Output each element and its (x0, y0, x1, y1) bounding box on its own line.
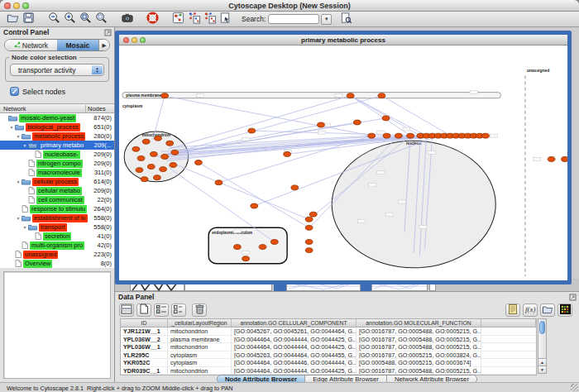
zoom-selected-button[interactable] (93, 12, 109, 26)
expand-arrow-icon[interactable]: ▼ (15, 134, 22, 139)
network-node[interactable] (132, 146, 140, 151)
table-cell[interactable]: mitochondrion (168, 343, 232, 351)
scroll-up-button[interactable]: ▲ (538, 358, 546, 366)
network-overview-panel[interactable] (3, 271, 111, 379)
save-button[interactable] (21, 12, 36, 26)
select-attributes-button[interactable] (154, 304, 169, 317)
frame-zoom-button[interactable] (140, 37, 146, 43)
network-node[interactable] (482, 133, 490, 138)
network-edge[interactable] (171, 136, 386, 150)
network-node[interactable] (251, 203, 258, 208)
table-row[interactable]: YPL036W__1mitochondrion[GO:0044464, GO:0… (121, 343, 536, 351)
region-plasma-membrane[interactable] (122, 93, 500, 98)
scroll-down-button[interactable]: ▼ (538, 366, 546, 373)
tree-row[interactable]: unassigned223(0) (0, 250, 114, 259)
open-attribute-file-button[interactable] (540, 304, 555, 317)
network-node[interactable] (248, 128, 256, 133)
tree-row[interactable]: ▼biological_process651(0) (0, 122, 114, 131)
table-cell[interactable]: [GO:0016787, GO:0005488, GO:0005215, G..… (356, 336, 481, 343)
matrix-view-button[interactable] (557, 304, 572, 317)
minimize-button[interactable] (13, 2, 20, 9)
float-data-panel-icon[interactable] (569, 294, 577, 304)
snapshot-button[interactable] (119, 12, 135, 26)
frame-minimize-button[interactable] (132, 37, 137, 43)
table-scrollbar[interactable]: ▲ ▼ (538, 318, 547, 374)
table-cell[interactable]: [GO:0005488, GO:0005215, GO:0003674] (356, 359, 481, 366)
tree-row[interactable]: nucleobase-209(0) (0, 150, 114, 159)
float-panel-icon[interactable] (104, 29, 112, 39)
frame-close-button[interactable] (123, 37, 129, 43)
table-cell[interactable]: cytoplasm (168, 359, 232, 366)
network-node[interactable] (161, 93, 169, 98)
expand-arrow-icon[interactable]: ▼ (15, 216, 22, 221)
network-node[interactable] (382, 116, 390, 121)
network-column-header[interactable]: Network (0, 105, 85, 112)
table-row[interactable]: YPL036W__2plasma membrane[GO:0044464, GO… (121, 336, 536, 344)
help-button[interactable] (145, 12, 160, 26)
delete-attribute-button[interactable] (192, 304, 207, 317)
select-nodes-checkbox[interactable]: ✓ (10, 87, 19, 96)
annotation-button[interactable] (218, 12, 233, 26)
unselect-attributes-button[interactable] (171, 304, 186, 317)
network-node[interactable] (347, 93, 354, 98)
network-node[interactable] (170, 163, 177, 168)
expand-arrow-icon[interactable]: ▼ (22, 225, 28, 230)
network-node[interactable] (150, 151, 157, 156)
expand-arrow-icon[interactable]: ▼ (8, 125, 15, 130)
zoom-fit-button[interactable] (78, 12, 93, 26)
network-node[interactable] (161, 154, 169, 159)
network-node[interactable] (154, 175, 161, 180)
network-overview-button[interactable] (170, 12, 186, 26)
zoom-button[interactable] (22, 2, 29, 9)
search-options-button[interactable] (338, 12, 354, 26)
table-cell[interactable]: [GO:0044464, GO:0044444, GO:0044425, G..… (232, 343, 356, 351)
network-node[interactable] (305, 225, 313, 230)
table-cell[interactable]: [GO:0016787, GO:0005215, GO:0003824, G..… (356, 351, 481, 359)
network-node[interactable] (171, 150, 179, 155)
table-cell[interactable]: mitochondrion (168, 367, 232, 375)
network-node[interactable] (160, 167, 167, 172)
network-node[interactable] (291, 185, 299, 190)
network-node[interactable] (259, 245, 266, 250)
tree-row[interactable]: cell communicat22(0) (0, 195, 114, 204)
table-cell[interactable]: [GO:0016787, GO:0005488, GO:0005215, G..… (356, 343, 481, 351)
network-edge[interactable] (351, 96, 427, 136)
network-edge[interactable] (175, 165, 309, 220)
network-node[interactable] (141, 177, 148, 182)
table-cell[interactable]: plasma membrane (168, 336, 232, 343)
network-node[interactable] (378, 93, 385, 98)
network-node[interactable] (562, 157, 567, 162)
table-cell[interactable]: [GO:0045267, GO:0045261, GO:0044464, G..… (232, 327, 356, 335)
network-node[interactable] (284, 151, 291, 156)
tree-row[interactable]: multi-organism pro42(0) (0, 241, 114, 250)
table-cell[interactable]: [GO:0016787, GO:0005488, GO:0005215, G..… (356, 327, 481, 335)
table-cell[interactable]: [GO:0016787, GO:0005488, GO:0005215, G..… (356, 367, 481, 375)
network-node[interactable] (147, 165, 155, 170)
table-row[interactable]: YKR052Ccytoplasm[GO:0044464, GO:0044446,… (121, 359, 536, 367)
tree-row[interactable]: ▼establishment of lo558(0) (0, 213, 114, 222)
network-node[interactable] (142, 139, 150, 144)
resize-grip-icon[interactable] (571, 384, 578, 391)
table-cell[interactable]: mitochondrion (168, 327, 232, 335)
tree-row[interactable]: macromolecule311(0) (0, 168, 114, 177)
column-header[interactable]: ID (121, 319, 168, 327)
network-graph[interactable]: plasma membranecytoplasmmitochondrionnuc… (119, 45, 567, 280)
network-node[interactable] (305, 217, 313, 222)
import-attributes-button[interactable] (505, 304, 520, 317)
nodes-column-header[interactable]: Nodes (85, 105, 114, 112)
network-node[interactable] (195, 160, 203, 165)
network-node[interactable] (137, 156, 145, 161)
attribute-table-button[interactable] (119, 304, 134, 317)
table-cell[interactable]: YPL036W__2 (121, 336, 168, 343)
search-input[interactable] (268, 14, 319, 24)
column-header[interactable]: annotation.GO CELLULAR_COMPONENT (232, 319, 356, 327)
network-node[interactable] (215, 180, 223, 185)
table-cell[interactable]: YLR295C (121, 351, 168, 359)
table-cell[interactable]: [GO:0045263, GO:0044464, GO:0044455, G..… (232, 351, 356, 359)
table-cell[interactable]: cytoplasm (168, 351, 232, 359)
tree-row[interactable]: cellular metabo209(0) (0, 186, 114, 195)
open-button[interactable] (5, 12, 21, 26)
network-node[interactable] (318, 122, 325, 127)
zoom-out-button[interactable] (46, 12, 62, 26)
tree-row[interactable]: nitrogen compo209(0) (0, 159, 114, 168)
